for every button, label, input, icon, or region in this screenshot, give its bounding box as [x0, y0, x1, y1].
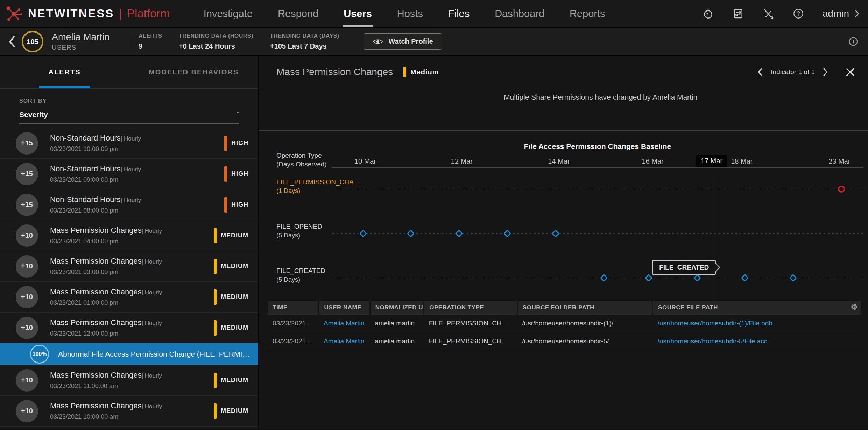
severity-label: MEDIUM: [221, 324, 248, 331]
x-tick-12-mar: 12 Mar: [451, 157, 473, 165]
baseline-point[interactable]: [407, 230, 415, 238]
alert-frequency: | Hourly: [142, 320, 162, 327]
cell-source-file-path-link[interactable]: /usr/homeuser/homesubdir-(1)/File.odb: [658, 320, 772, 327]
indicator-description: Multiple Share Permissions have changed …: [504, 93, 697, 101]
alert-title-line: Mass Permission Changes| Hourly: [50, 401, 214, 410]
alert-row[interactable]: +10Mass Permission Changes| Hourly03/23/…: [0, 396, 258, 427]
alert-info: Mass Permission Changes| Hourly03/23/202…: [50, 257, 214, 276]
alert-timestamp: 03/23/2021 12:00:00 pm: [50, 330, 214, 337]
severity-badge: MEDIUM: [214, 403, 248, 419]
alert-row[interactable]: +10Mass Permission Changes| Hourly03/23/…: [0, 282, 258, 313]
nav-item-investigate[interactable]: Investigate: [191, 0, 265, 27]
alert-score-circle: +10: [16, 317, 38, 339]
baseline-point[interactable]: [693, 274, 701, 282]
selected-indicator-row[interactable]: 100%Abnormal File Access Permission Chan…: [0, 343, 258, 365]
column-header-user-name[interactable]: USER NAME: [319, 301, 370, 315]
severity-label: HIGH: [231, 170, 248, 178]
alert-timestamp: 03/23/2021 03:00:00 pm: [50, 268, 214, 276]
chart-row-label-block: FILE_OPENED(5 Days): [276, 222, 331, 239]
alert-row[interactable]: +15Non-Standard Hours| Hourly03/23/2021 …: [0, 128, 258, 159]
event-row[interactable]: 03/23/2021 12:3...Amelia Martinamelia ma…: [268, 315, 862, 332]
help-icon[interactable]: ?: [792, 8, 804, 20]
alert-score-circle: +10: [16, 255, 38, 278]
column-header-source-file-path[interactable]: SOURCE FILE PATH⚙: [653, 301, 862, 315]
severity-bar: [214, 320, 217, 336]
divider: [129, 32, 129, 51]
x-tick-17-mar: 17 Mar: [696, 155, 727, 167]
baseline-point[interactable]: [552, 230, 560, 238]
cell-source-file-path-link[interactable]: /usr/homeuser/homesubdir-5/File.acc…: [658, 337, 774, 345]
brand-name: NETWITNESS: [28, 7, 114, 20]
baseline-point[interactable]: [644, 274, 652, 282]
cell-user-name-link[interactable]: Amelia Martin: [324, 320, 364, 327]
table-settings-icon[interactable]: ⚙: [851, 303, 858, 312]
severity-label: MEDIUM: [221, 407, 248, 415]
alert-row[interactable]: +10Mass Permission Changes| Hourly03/23/…: [0, 313, 258, 343]
entity-type: USERS: [52, 44, 110, 51]
severity-badge: HIGH: [224, 136, 248, 151]
severity-label: Medium: [410, 68, 439, 76]
nav-item-respond[interactable]: Respond: [265, 0, 331, 27]
tools-icon[interactable]: [762, 8, 774, 20]
next-indicator-button[interactable]: [823, 67, 828, 77]
alert-frequency: | Hourly: [142, 258, 162, 265]
stat-value: +105 Last 7 Days: [270, 42, 339, 50]
stat-label: TRENDING DATA (DAYS): [270, 33, 339, 39]
baseline-point[interactable]: [741, 274, 749, 282]
alert-timestamp: 03/23/2021 09:00:00 pm: [50, 176, 224, 184]
watch-profile-label: Watch Profile: [388, 37, 433, 45]
alert-row[interactable]: +10Mass Permission Changes| Hourly03/23/…: [0, 251, 258, 282]
severity-label: MEDIUM: [221, 232, 248, 239]
column-header-normalized-use[interactable]: NORMALIZED USE...: [370, 301, 424, 315]
nav-item-reports[interactable]: Reports: [557, 0, 618, 27]
nav-item-users[interactable]: Users: [331, 0, 384, 27]
user-menu[interactable]: admin: [823, 8, 860, 19]
baseline-point[interactable]: [455, 230, 463, 238]
baseline-point[interactable]: [789, 274, 797, 282]
alert-info: Non-Standard Hours| Hourly03/23/2021 08:…: [50, 195, 224, 214]
entity-score: 105: [26, 37, 38, 46]
column-header-time[interactable]: TIME: [268, 301, 319, 315]
baseline-point[interactable]: [503, 230, 511, 238]
severity-label: HIGH: [231, 139, 248, 147]
sidebar-tabs: ALERTSMODELED BEHAVIORS: [0, 56, 258, 89]
cell-operation-type: FILE_PERMISSION_CHANGED: [429, 320, 517, 327]
baseline-point[interactable]: [600, 274, 608, 282]
anomaly-point[interactable]: [838, 186, 845, 193]
alert-row[interactable]: +10Mass Permission Changes| Hourly03/23/…: [0, 220, 258, 251]
close-icon[interactable]: [845, 67, 855, 77]
stopwatch-icon[interactable]: [702, 8, 714, 20]
sort-select[interactable]: Severity ˇ: [19, 110, 239, 124]
netwitness-logo-icon: [5, 5, 23, 23]
cell-user-name-link[interactable]: Amelia Martin: [324, 337, 364, 345]
alert-row[interactable]: +15Non-Standard Hours| Hourly03/23/2021 …: [0, 159, 258, 189]
watch-profile-button[interactable]: Watch Profile: [364, 33, 442, 50]
divider: [355, 32, 355, 51]
x-tick-14-mar: 14 Mar: [548, 157, 570, 165]
nav-item-hosts[interactable]: Hosts: [384, 0, 436, 27]
column-header-operation-type[interactable]: OPERATION TYPE: [424, 301, 517, 315]
alert-timestamp: 03/23/2021 10:00:00 am: [50, 413, 214, 421]
chart-row-file-permission-cha: FILE_PERMISSION_CHA...(1 Days): [259, 168, 868, 212]
column-header-source-folder-path[interactable]: SOURCE FOLDER PATH: [517, 301, 652, 315]
alert-row[interactable]: +15Non-Standard Hours| Hourly03/23/2021 …: [0, 189, 258, 220]
tab-alerts[interactable]: ALERTS: [0, 56, 129, 88]
table-cell: FILE_PERMISSION_CHANGED: [424, 315, 517, 332]
tab-modeled-behaviors[interactable]: MODELED BEHAVIORS: [129, 56, 258, 88]
alert-title: Non-Standard Hours: [50, 195, 121, 204]
alert-title: Mass Permission Changes: [50, 371, 142, 379]
table-cell: /usr/homeuser/homesubdir-5/: [517, 332, 652, 350]
chart-row-label: FILE_PERMISSION_CHA...: [276, 178, 331, 187]
severity-bar: [214, 373, 217, 388]
back-button[interactable]: [8, 35, 16, 48]
jobs-icon[interactable]: [732, 8, 744, 20]
event-row[interactable]: 03/23/2021 12:0...Amelia Martinamelia ma…: [268, 332, 862, 350]
baseline-point[interactable]: [359, 230, 367, 238]
nav-item-files[interactable]: Files: [436, 0, 482, 27]
alert-score-circle: +10: [16, 369, 38, 392]
nav-item-dashboard[interactable]: Dashboard: [482, 0, 557, 27]
alert-row[interactable]: +10Mass Permission Changes| Hourly03/23/…: [0, 365, 258, 396]
info-icon[interactable]: [848, 36, 859, 47]
cell-source-folder-path: /usr/homeuser/homesubdir-5/: [522, 337, 609, 345]
previous-indicator-button[interactable]: [757, 67, 763, 77]
